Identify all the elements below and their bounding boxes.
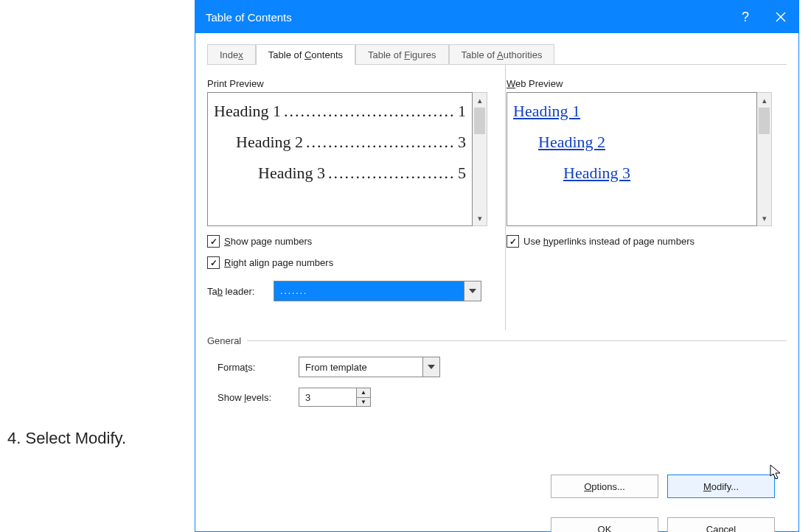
scroll-track[interactable] (757, 134, 771, 211)
page-number: 1 (458, 96, 466, 127)
dialog-title: Table of Contents (206, 11, 292, 24)
heading-label: Heading 3 (258, 158, 325, 189)
tab-table-of-figures[interactable]: Table of Figures (355, 44, 449, 65)
heading-hyperlink[interactable]: Heading 1 (513, 102, 580, 120)
general-section: General Formats: From template Show leve… (207, 335, 787, 407)
checkbox-label: Right align page numbers (224, 257, 333, 268)
web-preview-line: Heading 3 (513, 158, 751, 189)
formats-value: From template (299, 357, 422, 377)
preview-row: Print Preview Heading 11Heading 23Headin… (207, 78, 787, 301)
leader-dots (281, 96, 458, 127)
show-levels-label: Show levels: (217, 392, 299, 403)
tab-table-of-authorities[interactable]: Table of Authorities (449, 44, 555, 65)
dialog-body: IndexTable of ContentsTable of FiguresTa… (195, 33, 798, 531)
print-preview-line: Heading 35 (214, 158, 466, 189)
web-preview-scrollbar[interactable]: ▴ ▾ (757, 92, 772, 226)
heading-label: Heading 1 (214, 96, 281, 127)
print-preview-line: Heading 23 (214, 127, 466, 158)
chevron-down-icon (469, 289, 476, 293)
help-button[interactable]: ? (728, 1, 763, 33)
web-preview-box: Heading 1Heading 2Heading 3 (507, 92, 757, 226)
scroll-down-icon[interactable]: ▾ (473, 211, 487, 225)
web-preview-label: Web Preview (507, 78, 772, 89)
scroll-track[interactable] (473, 134, 487, 211)
chevron-down-icon (428, 365, 435, 369)
web-preview-column: Web Preview Heading 1Heading 2Heading 3 … (507, 78, 772, 301)
checkbox-icon (207, 256, 220, 269)
spinner-up-button[interactable]: ▲ (357, 388, 370, 398)
checkbox-label: Show page numbers (224, 236, 312, 247)
leader-dots (325, 158, 458, 189)
print-preview-line: Heading 11 (214, 96, 466, 127)
ok-cancel-row: OK Cancel (551, 517, 775, 532)
print-preview-column: Print Preview Heading 11Heading 23Headin… (207, 78, 487, 301)
page-number: 3 (458, 127, 466, 158)
checkbox-label: Use hyperlinks instead of page numbers (523, 236, 695, 247)
close-button[interactable] (763, 1, 798, 33)
print-preview-scrollbar[interactable]: ▴ ▾ (473, 92, 487, 226)
tab-index[interactable]: Index (207, 44, 256, 65)
print-preview-box: Heading 11Heading 23Heading 35 (207, 92, 473, 226)
web-preview-line: Heading 2 (513, 127, 751, 158)
scroll-thumb[interactable] (759, 108, 770, 134)
close-icon (776, 12, 786, 22)
page-number: 5 (458, 158, 466, 189)
show-levels-spinner[interactable]: 3 ▲ ▼ (299, 388, 371, 407)
dropdown-button[interactable] (464, 281, 481, 301)
web-preview-line: Heading 1 (513, 96, 751, 127)
options-button[interactable]: Options... (551, 475, 658, 498)
spinner-down-button[interactable]: ▼ (357, 398, 370, 407)
instruction-text: 4. Select Modify. (7, 429, 126, 448)
formats-label: Formats: (217, 362, 299, 373)
dropdown-button[interactable] (422, 357, 439, 377)
scroll-up-icon[interactable]: ▴ (757, 93, 771, 108)
ok-button[interactable]: OK (551, 517, 658, 532)
tabstrip: IndexTable of ContentsTable of FiguresTa… (207, 42, 787, 64)
use-hyperlinks-checkbox[interactable]: Use hyperlinks instead of page numbers (507, 235, 772, 248)
scroll-thumb[interactable] (474, 108, 485, 134)
checkbox-icon (507, 235, 519, 248)
heading-label: Heading 2 (236, 127, 303, 158)
tab-table-of-contents[interactable]: Table of Contents (256, 44, 355, 65)
heading-hyperlink[interactable]: Heading 2 (538, 133, 605, 151)
tab-leader-select[interactable]: ....... (274, 281, 481, 301)
toc-dialog: Table of Contents ? IndexTable of Conten… (195, 0, 799, 532)
scroll-down-icon[interactable]: ▾ (757, 211, 771, 225)
leader-dots (303, 127, 458, 158)
modify-button[interactable]: Modify... (667, 475, 775, 498)
show-levels-value: 3 (299, 388, 356, 406)
tab-leader-label: Tab leader: (207, 286, 266, 297)
scroll-up-icon[interactable]: ▴ (473, 93, 487, 108)
tab-leader-row: Tab leader: ....... (207, 281, 487, 301)
show-page-numbers-checkbox[interactable]: Show page numbers (207, 235, 487, 248)
checkbox-icon (207, 235, 220, 248)
tab-content: Print Preview Heading 11Heading 23Headin… (207, 64, 787, 532)
options-modify-row: Options... Modify... (551, 475, 775, 498)
right-align-checkbox[interactable]: Right align page numbers (207, 256, 487, 269)
heading-hyperlink[interactable]: Heading 3 (563, 164, 630, 182)
formats-select[interactable]: From template (299, 357, 440, 377)
general-title: General (207, 335, 787, 346)
titlebar: Table of Contents ? (195, 1, 798, 33)
tab-leader-value: ....... (274, 281, 464, 301)
print-preview-label: Print Preview (207, 78, 487, 89)
cancel-button[interactable]: Cancel (667, 517, 775, 532)
